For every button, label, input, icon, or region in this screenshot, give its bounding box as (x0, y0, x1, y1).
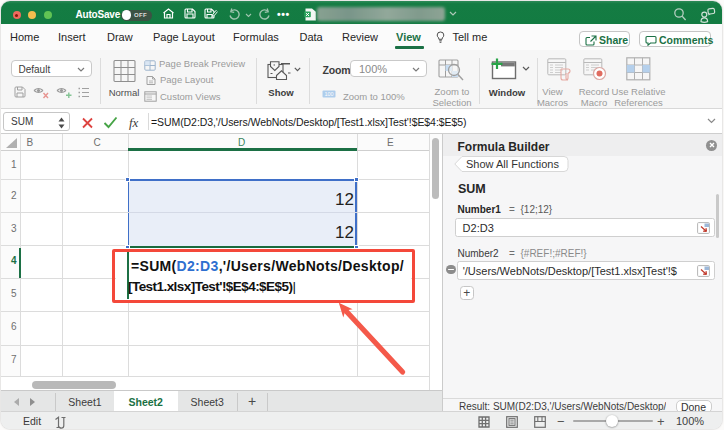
svg-text:100: 100 (324, 91, 333, 97)
